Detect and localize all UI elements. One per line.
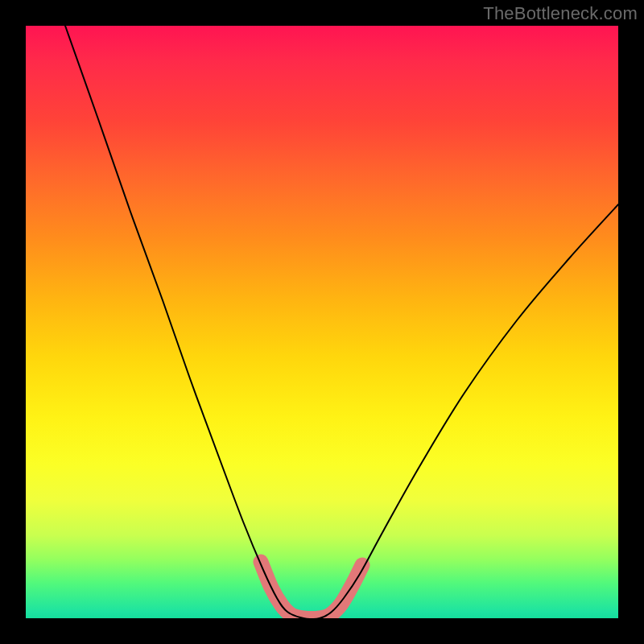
watermark-text: TheBottleneck.com [483,3,638,24]
bottleneck-curve [65,26,618,618]
curve-svg [26,26,618,618]
chart-container: TheBottleneck.com [0,0,644,644]
optimal-range-highlight [261,562,362,618]
plot-area [26,26,618,618]
